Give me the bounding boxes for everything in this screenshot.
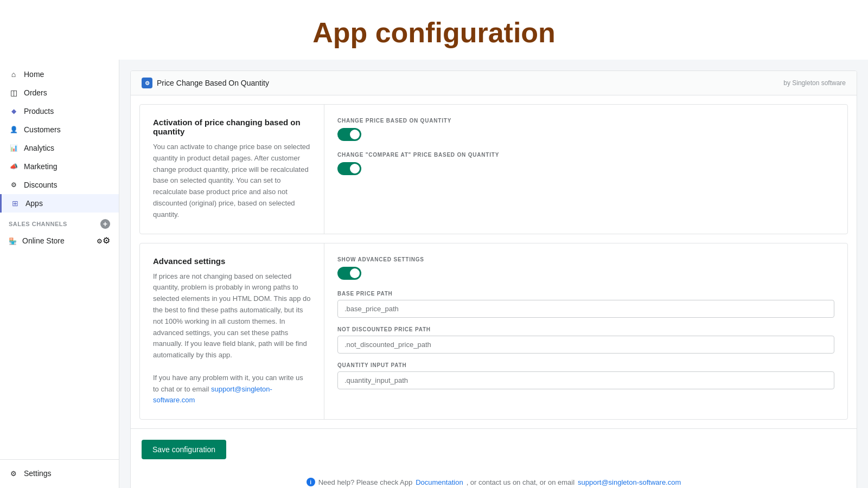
toggle-compare-label: CHANGE "COMPARE AT" PRICE BASED ON QUANT… [337, 152, 834, 158]
help-footer: i Need help? Please check App Documentat… [131, 470, 857, 488]
analytics-icon [9, 143, 18, 153]
toggle-compare[interactable] [337, 162, 361, 175]
marketing-icon [9, 162, 18, 171]
activation-section: Activation of price changing based on qu… [139, 104, 848, 234]
not-discounted-field-group: NOT DISCOUNTED PRICE PATH [337, 326, 834, 354]
toggle-advanced-group: SHOW ADVANCED SETTINGS [337, 256, 834, 280]
sidebar-item-analytics[interactable]: Analytics [0, 139, 119, 157]
add-sales-channel-button[interactable]: + [100, 219, 110, 229]
store-icon [9, 236, 17, 245]
orders-icon [9, 88, 18, 98]
help-icon: i [307, 478, 315, 486]
not-discounted-label: NOT DISCOUNTED PRICE PATH [337, 326, 834, 332]
sidebar-item-customers[interactable]: Customers [0, 120, 119, 139]
toggle-compare-group: CHANGE "COMPARE AT" PRICE BASED ON QUANT… [337, 152, 834, 175]
activation-section-right: CHANGE PRICE BASED ON QUANTITY CHANGE "C… [324, 105, 847, 234]
sidebar-item-discounts[interactable]: Discounts [0, 176, 119, 194]
app-panel-by: by Singleton software [783, 79, 846, 87]
quantity-input-label: QUANTITY INPUT PATH [337, 362, 834, 368]
online-store-item[interactable]: Online Store ⚙ [0, 231, 119, 250]
advanced-description: If prices are not changing based on sele… [153, 271, 311, 407]
app-panel-title: Price Change Based On Quantity [157, 79, 269, 87]
toggle-price[interactable] [337, 128, 361, 141]
advanced-section-right: SHOW ADVANCED SETTINGS BASE PRICE PATH [324, 243, 847, 420]
toggle-advanced-slider [337, 267, 361, 280]
not-discounted-input[interactable] [337, 336, 834, 354]
sidebar-item-apps[interactable]: Apps [0, 194, 119, 213]
products-icon [9, 106, 18, 116]
toggle-compare-slider [337, 162, 361, 175]
toggle-price-label: CHANGE PRICE BASED ON QUANTITY [337, 118, 834, 124]
sidebar-item-home[interactable]: Home [0, 65, 119, 84]
page-title: App configuration [0, 16, 868, 49]
quantity-input-field-group: QUANTITY INPUT PATH [337, 362, 834, 389]
toggle-price-group: CHANGE PRICE BASED ON QUANTITY [337, 118, 834, 141]
toggle-advanced[interactable] [337, 267, 361, 280]
home-icon [9, 69, 18, 79]
sidebar-item-products[interactable]: Products [0, 102, 119, 120]
save-section: Save configuration [131, 428, 857, 470]
advanced-section: Advanced settings If prices are not chan… [139, 243, 848, 420]
sales-channels-section: SALES CHANNELS + [0, 213, 119, 231]
activation-description: You can activate to change price base on… [153, 142, 311, 221]
online-store-gear-icon[interactable]: ⚙ [97, 235, 110, 246]
sidebar: Home Orders Products Customers Analytics… [0, 60, 119, 488]
activation-section-left: Activation of price changing based on qu… [140, 105, 324, 234]
sidebar-item-orders[interactable]: Orders [0, 84, 119, 102]
activation-title: Activation of price changing based on qu… [153, 118, 311, 136]
base-price-label: BASE PRICE PATH [337, 291, 834, 297]
customers-icon [9, 125, 18, 134]
apps-icon [10, 198, 20, 208]
sidebar-item-marketing[interactable]: Marketing [0, 157, 119, 176]
base-price-field-group: BASE PRICE PATH [337, 291, 834, 318]
advanced-title: Advanced settings [153, 256, 311, 266]
discounts-icon [9, 180, 18, 190]
save-configuration-button[interactable]: Save configuration [142, 440, 226, 459]
base-price-input[interactable] [337, 300, 834, 318]
app-logo: ⚙ [142, 78, 152, 88]
quantity-input-field[interactable] [337, 371, 834, 389]
toggle-price-slider [337, 128, 361, 141]
sidebar-item-settings[interactable]: Settings [0, 464, 119, 483]
app-panel: ⚙ Price Change Based On Quantity by Sing… [130, 70, 857, 488]
toggle-advanced-label: SHOW ADVANCED SETTINGS [337, 256, 834, 262]
settings-icon [9, 468, 18, 478]
advanced-section-left: Advanced settings If prices are not chan… [140, 243, 324, 420]
app-panel-header: ⚙ Price Change Based On Quantity by Sing… [131, 71, 857, 95]
support-email-link[interactable]: support@singleton-software.com [578, 478, 681, 486]
documentation-link[interactable]: Documentation [416, 478, 463, 486]
content-area: ⚙ Price Change Based On Quantity by Sing… [119, 60, 868, 488]
